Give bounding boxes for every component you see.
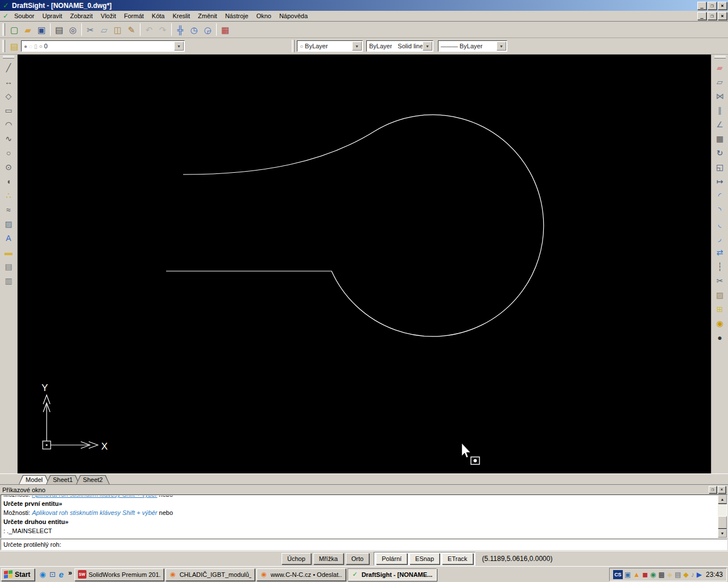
corner-arc-button[interactable]: ◟ bbox=[713, 217, 727, 231]
child-close-button[interactable]: × bbox=[718, 12, 727, 20]
edit-component-button[interactable]: ◉ bbox=[713, 317, 727, 330]
desktop-icon[interactable]: ⊡ bbox=[49, 570, 56, 579]
zoom-previous-button[interactable]: ◶ bbox=[201, 23, 214, 36]
toggle-orto[interactable]: Orto bbox=[346, 553, 369, 564]
layers-manager-icon[interactable]: ▤ bbox=[7, 39, 21, 53]
scale-button[interactable]: ◱ bbox=[713, 160, 727, 174]
network-icon[interactable]: ▣ bbox=[624, 571, 631, 578]
tab-model[interactable]: Model bbox=[19, 475, 49, 484]
polygon-button[interactable]: ◇ bbox=[2, 89, 15, 103]
fillet-button[interactable]: ◜ bbox=[713, 189, 727, 202]
chevron-down-icon[interactable]: ▼ bbox=[423, 41, 432, 51]
components-button[interactable]: ⊞ bbox=[713, 302, 727, 316]
taskbar-task[interactable]: ◉CHLADIČ_IGBT_modulů_... bbox=[166, 568, 255, 581]
paste-button[interactable]: ◫ bbox=[111, 23, 125, 36]
menu-okno[interactable]: Okno bbox=[253, 11, 275, 20]
menu-soubor[interactable]: Soubor bbox=[10, 11, 38, 20]
fillet-radius-button[interactable]: ◝ bbox=[713, 203, 727, 217]
pan-button[interactable]: ╬ bbox=[173, 23, 187, 36]
circle-button[interactable]: ○ bbox=[2, 146, 15, 160]
command-input[interactable]: Určete protilehlý roh: bbox=[1, 539, 727, 550]
stretch-button[interactable]: ↦ bbox=[713, 174, 727, 188]
taskbar-task[interactable]: ◉www.C-N-C.cz • Odeslat... bbox=[257, 568, 346, 581]
polyline-button[interactable]: ∿ bbox=[2, 132, 15, 146]
minimize-button[interactable]: _ bbox=[697, 2, 706, 10]
ellipse-arc-button[interactable]: ◖ bbox=[2, 174, 15, 188]
warning-icon[interactable]: ▲ bbox=[633, 571, 640, 578]
point-multiple-button[interactable]: ∴ bbox=[2, 189, 15, 202]
tab-sheet1[interactable]: Sheet1 bbox=[46, 475, 80, 484]
command-option-link[interactable]: Aplikovat roh stisknutím klávesy Shift +… bbox=[32, 509, 157, 516]
command-history-scrollbar[interactable]: ▲ ▼ bbox=[718, 495, 727, 538]
ellipse-button[interactable]: ⊙ bbox=[2, 160, 15, 174]
spline-button[interactable]: ≈ bbox=[2, 203, 15, 217]
rich-text-button[interactable]: ▤ bbox=[2, 260, 15, 273]
offset-button[interactable]: ∥ bbox=[713, 103, 727, 117]
format-painter-button[interactable]: ✎ bbox=[125, 23, 138, 36]
player-icon[interactable]: ▶ bbox=[697, 571, 702, 578]
chevron-down-icon[interactable]: ▼ bbox=[497, 41, 506, 51]
taskbar-task[interactable]: SWSolidWorks Premium 201... bbox=[75, 568, 164, 581]
split-button[interactable]: ┆ bbox=[713, 260, 727, 273]
toolbar-grip[interactable] bbox=[2, 23, 5, 36]
scroll-down-icon[interactable]: ▼ bbox=[718, 529, 727, 538]
menu-format[interactable]: Formát bbox=[120, 11, 148, 20]
toggle-mrizka[interactable]: Mřížka bbox=[313, 553, 344, 564]
palette-grip[interactable] bbox=[714, 56, 726, 59]
drawing-canvas[interactable]: Y X bbox=[18, 55, 711, 473]
toolbar-grip[interactable] bbox=[292, 40, 295, 52]
close-button[interactable]: × bbox=[718, 2, 727, 10]
new-button[interactable]: ▢ bbox=[7, 23, 21, 36]
color-combo[interactable]: ○ ByLayer ▼ bbox=[297, 40, 363, 52]
delete-button[interactable]: ▰ bbox=[713, 61, 727, 74]
linestyle-combo[interactable]: ByLayer Solid line ▼ bbox=[366, 40, 433, 52]
messenger-icon[interactable]: ◈ bbox=[667, 571, 672, 578]
pattern-button[interactable]: ▦ bbox=[713, 132, 727, 146]
command-close-button[interactable]: × bbox=[718, 486, 726, 493]
taskbar-clock[interactable]: 23:43 bbox=[706, 571, 723, 579]
open-button[interactable]: ▰ bbox=[21, 23, 35, 36]
menu-zmenit[interactable]: Změnit bbox=[194, 11, 221, 20]
mirror-button[interactable]: ⋈ bbox=[713, 89, 727, 103]
insert-text-button[interactable]: A bbox=[2, 231, 15, 245]
print-button[interactable]: ▤ bbox=[52, 23, 66, 36]
tab-sheet2[interactable]: Sheet2 bbox=[76, 475, 110, 484]
menu-upravit[interactable]: Upravit bbox=[38, 11, 66, 20]
hatch-edit-button[interactable]: ▨ bbox=[713, 288, 727, 302]
child-restore-button[interactable]: ❐ bbox=[708, 12, 717, 20]
line-button[interactable]: ╱ bbox=[2, 61, 15, 74]
explode-button[interactable]: ● bbox=[713, 331, 727, 344]
rotate-button[interactable]: ↻ bbox=[713, 146, 727, 160]
command-history[interactable]: Možnosti: Aplikovat roh stisknutím kláve… bbox=[1, 494, 727, 538]
document-icon[interactable]: ✓ bbox=[1, 12, 10, 20]
toolbar-grip[interactable] bbox=[2, 40, 5, 52]
lineweight-combo[interactable]: ——— ByLayer ▼ bbox=[438, 40, 507, 52]
toggle-uchop[interactable]: Úchop bbox=[282, 553, 311, 564]
copy-entity-button[interactable]: ▱ bbox=[713, 75, 727, 89]
printer-icon[interactable]: ▤ bbox=[675, 571, 681, 578]
menu-kreslit[interactable]: Kreslit bbox=[168, 11, 194, 20]
print-preview-button[interactable]: ◎ bbox=[66, 23, 80, 36]
scrollbar-thumb[interactable] bbox=[718, 516, 727, 529]
chamfer-button[interactable]: ∠ bbox=[713, 118, 727, 131]
simple-text-button[interactable]: ▥ bbox=[2, 274, 15, 288]
menu-nastroje[interactable]: Nástroje bbox=[221, 11, 253, 20]
hatch-button[interactable]: ▨ bbox=[2, 217, 15, 231]
toggle-etrack[interactable]: ETrack bbox=[442, 553, 473, 564]
menu-kota[interactable]: Kóta bbox=[148, 11, 169, 20]
arc-button[interactable]: ◠ bbox=[2, 118, 15, 131]
note-button[interactable]: ▬ bbox=[2, 246, 15, 259]
toggle-esnap[interactable]: ESnap bbox=[410, 553, 440, 564]
command-option-link[interactable]: Aplikovat roh stisknutím klávesy Shift +… bbox=[32, 496, 157, 498]
zoom-dynamic-button[interactable]: ◷ bbox=[187, 23, 201, 36]
toggle-polarni[interactable]: Polární bbox=[376, 553, 407, 564]
chevron-down-icon[interactable]: ▼ bbox=[352, 41, 362, 51]
scroll-up-icon[interactable]: ▲ bbox=[718, 495, 727, 504]
lengthen-button[interactable]: ⇄ bbox=[713, 246, 727, 259]
rectangle-button[interactable]: ▭ bbox=[2, 103, 15, 117]
menu-zobrazit[interactable]: Zobrazit bbox=[66, 11, 97, 20]
volume-icon[interactable]: ♪ bbox=[691, 571, 694, 578]
restore-button[interactable]: ❐ bbox=[708, 2, 717, 10]
properties-button[interactable]: ▦ bbox=[218, 23, 232, 36]
toolbar-overflow-chevron[interactable]: » bbox=[68, 569, 72, 577]
